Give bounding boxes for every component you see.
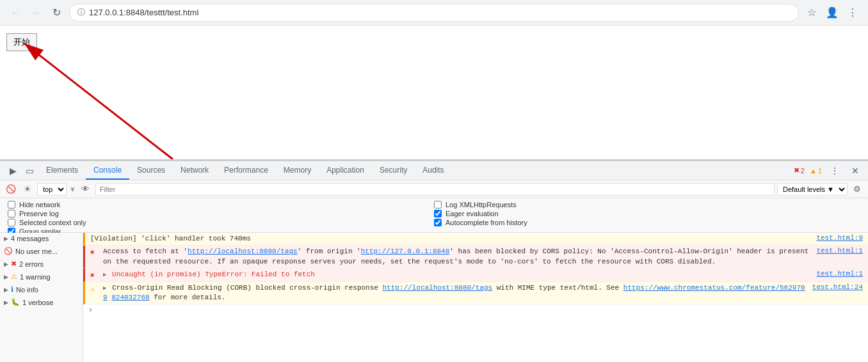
tab-memory[interactable]: Memory [276,161,319,180]
tab-console[interactable]: Console [86,161,129,180]
inspect-element-btn[interactable]: ▶ [5,163,20,178]
hide-network-checkbox[interactable] [8,201,15,209]
expand-icon: ▶ [4,261,8,267]
tab-audits[interactable]: Audits [415,161,451,180]
error-badge: ✖ 2 [794,166,805,175]
tab-application[interactable]: Application [319,161,372,180]
preserve-log-setting: Preserve log [8,210,434,217]
page-content: 开始 [0,26,868,160]
violation-text: [Violation] 'click' handler took 740ms [90,234,811,244]
sidebar-user-label: No user me... [15,248,58,255]
devtools-panel: ▶ ▭ Elements Console Sources Network Per… [0,160,868,362]
warn-icon: ⚠ [11,272,17,281]
sidebar-info-label: No info [16,286,38,294]
sidebar-user[interactable]: 🚫 No user me... [0,245,83,258]
corb-link[interactable]: http://localhost:8080/tags [383,284,493,292]
devtools-tabs: Elements Console Sources Network Perform… [38,161,792,180]
tab-performance[interactable]: Performance [216,161,276,180]
info-icon: ℹ [11,285,13,294]
autocomplete-checkbox[interactable] [434,219,442,226]
context-arrow-icon: ▼ [69,185,76,193]
expand-icon: ▶ [4,235,8,242]
sidebar-messages-label: 4 messages [11,235,49,242]
filter-toggle-btn[interactable]: ☀ [20,182,35,196]
address-bar[interactable]: ⓘ 127.0.0.1:8848/testtt/test.html [69,4,799,22]
console-row-corb: ⚠ ▶ Cross-Origin Read Blocking (CORB) bl… [83,282,868,305]
tab-sources[interactable]: Sources [129,161,173,180]
sidebar-messages[interactable]: ▶ 4 messages [0,233,83,245]
eager-eval-checkbox[interactable] [434,210,442,217]
eager-eval-setting: Eager evaluation [434,210,860,217]
corb-location[interactable]: test.html:24 [807,283,863,291]
filter-input[interactable] [95,183,775,196]
sidebar-verbose-label: 1 verbose [22,299,53,306]
warn-icon2: ⚠ [90,285,100,293]
console-row-uncaught: ✖ ▶ Uncaught (in promise) TypeError: Fai… [83,269,868,281]
uncaught-text: ▶ Uncaught (in promise) TypeError: Faile… [103,270,811,279]
expand-tri[interactable]: ▶ [103,272,106,278]
devtools-more-btn[interactable]: ⋮ [827,163,842,178]
arrow-overlay [0,26,868,159]
hide-network-setting: Hide network [8,201,434,209]
clear-console-btn[interactable]: 🚫 [4,182,18,196]
gear-button[interactable]: ⚙ [850,182,864,196]
tab-security[interactable]: Security [372,161,415,180]
sidebar-verbose[interactable]: ▶ 🐛 1 verbose [0,296,83,309]
bookmark-button[interactable]: ☆ [804,5,819,20]
sidebar-warnings[interactable]: ▶ ⚠ 1 warning [0,271,83,283]
menu-button[interactable]: ⋮ [845,5,860,20]
sidebar-errors-label: 2 errors [19,260,44,268]
sidebar-errors[interactable]: ▶ ✖ 2 errors [0,258,83,271]
violation-location[interactable]: test.html:9 [811,234,863,242]
uncaught-location[interactable]: test.html:1 [811,270,863,278]
tab-network[interactable]: Network [173,161,216,180]
expand-tri2[interactable]: ▶ [103,285,106,292]
cors-error-text: Access to fetch at 'http://localhost:808… [103,247,811,267]
log-xmlhttp-checkbox[interactable] [434,201,442,209]
cors-link2[interactable]: http://127.0.0.1:8848 [361,248,450,255]
console-settings: Hide network Log XMLHttpRequests Preserv… [0,198,868,233]
error-icon: ✖ [90,248,100,256]
device-toggle-btn[interactable]: ▭ [22,163,37,178]
cors-link1[interactable]: http://localhost:8080/tags [188,248,298,255]
forward-button[interactable]: → [28,5,44,20]
expand-icon: ▶ [4,299,8,306]
level-select[interactable]: Default levels ▼ [777,183,848,196]
selected-context-checkbox[interactable] [8,219,15,226]
corb-link2[interactable]: 824032768 [111,294,149,301]
cors-location[interactable]: test.html:1 [811,247,863,255]
warn-triangle-icon: ▲ [810,167,817,175]
verbose-icon: 🐛 [11,298,20,306]
preserve-log-checkbox[interactable] [8,210,15,217]
no-user-icon: 🚫 [4,247,13,255]
context-select[interactable]: top [37,183,67,196]
devtools-close-btn[interactable]: ✕ [848,163,863,178]
console-output: [Violation] 'click' handler took 740ms t… [83,233,868,362]
warn-badge: ▲ 1 [810,167,822,175]
error-icon2: ✖ [90,271,100,279]
log-xmlhttp-setting: Log XMLHttpRequests [434,201,860,209]
prompt-arrow-icon: › [88,306,93,315]
console-sidebar: ▶ 4 messages 🚫 No user me... ▶ ✖ 2 error… [0,233,83,362]
sidebar-info[interactable]: ▶ ℹ No info [0,283,83,296]
sidebar-warnings-label: 1 warning [20,273,51,281]
tab-elements[interactable]: Elements [38,161,86,180]
corb-text: ▶ Cross-Origin Read Blocking (CORB) bloc… [103,283,807,303]
start-button[interactable]: 开始 [6,33,37,51]
console-toolbar: 🚫 ☀ top ▼ 👁 Default levels ▼ ⚙ [0,180,868,198]
error-x-icon: ✖ [11,260,17,268]
reload-button[interactable]: ↻ [49,5,64,20]
console-prompt[interactable]: › [83,304,868,316]
expand-icon: ▶ [4,274,8,280]
console-row-cors: ✖ Access to fetch at 'http://localhost:8… [83,246,868,269]
devtools-tabbar: ▶ ▭ Elements Console Sources Network Per… [0,161,868,180]
account-button[interactable]: 👤 [824,5,840,20]
back-button[interactable]: ← [8,5,23,20]
selected-context-setting: Selected context only [8,219,434,226]
svg-line-2 [24,43,173,159]
eye-btn[interactable]: 👁 [79,182,93,196]
browser-bar: ← → ↻ ⓘ 127.0.0.1:8848/testtt/test.html … [0,0,868,26]
devtools-tab-right: ✖ 2 ▲ 1 ⋮ ✕ [794,163,863,178]
expand-icon: ▶ [4,287,8,293]
error-x-icon: ✖ [794,166,800,175]
